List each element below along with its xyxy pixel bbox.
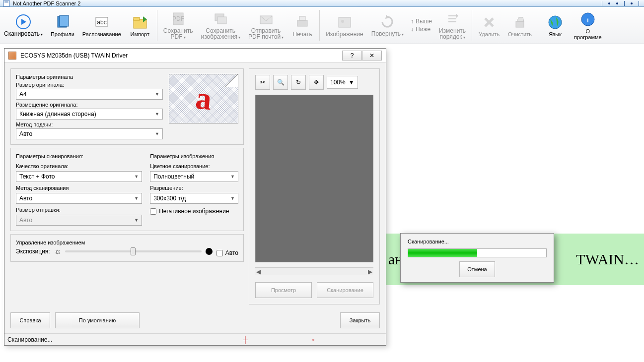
- banner-text-right: TWAIN…: [576, 251, 644, 268]
- scan-params-legend: Параметры сканирования:: [16, 153, 142, 159]
- cancel-scan-button[interactable]: Отмена: [459, 261, 495, 277]
- pan-tool-button[interactable]: ✥: [309, 75, 324, 90]
- save-pdf-button[interactable]: PDF Сохранить PDF▾: [159, 7, 197, 44]
- orig-size-combo[interactable]: A4▼: [16, 89, 163, 100]
- image-button[interactable]: Изображение: [322, 7, 367, 44]
- orientation-combo[interactable]: Книжная (длинная сторона)▼: [16, 109, 163, 120]
- preview-canvas[interactable]: [255, 95, 373, 262]
- negative-checkbox[interactable]: Негативное изображение: [150, 208, 238, 215]
- save-pdf-label: Сохранить PDF: [163, 27, 193, 40]
- orientation-label: Размещение оригинала:: [16, 102, 163, 108]
- svg-text:i: i: [587, 17, 588, 24]
- svg-rect-17: [299, 16, 305, 20]
- about-button[interactable]: i О программе: [570, 7, 606, 44]
- chevron-down-icon: ▼: [134, 218, 139, 223]
- exposure-slider[interactable]: [65, 250, 202, 252]
- globe-icon: [547, 14, 563, 30]
- feed-method-value: Авто: [19, 130, 32, 137]
- image-label: Изображение: [326, 31, 363, 38]
- dialog-help-button[interactable]: ?: [342, 51, 362, 60]
- negative-checkbox-input[interactable]: [150, 208, 156, 215]
- dialog-close-button[interactable]: ✕: [362, 51, 382, 60]
- save-images-icon: [213, 11, 228, 27]
- dialog-statusbar: Сканирование... ┼ ▫: [4, 333, 386, 345]
- save-images-label: Сохранить изображения: [201, 27, 237, 40]
- image-icon: [337, 14, 353, 30]
- import-label: Импорт: [131, 31, 149, 37]
- svg-rect-18: [339, 17, 351, 27]
- svg-rect-1: [4, 1, 8, 2]
- import-icon: [132, 14, 148, 30]
- quality-value: Текст + Фото: [19, 173, 55, 180]
- crop-tool-button[interactable]: ✂: [255, 75, 270, 90]
- about-label: О программе: [574, 28, 602, 40]
- scan-method-combo[interactable]: Авто▼: [16, 193, 142, 204]
- profiles-icon: [55, 14, 71, 30]
- rotate-button[interactable]: Повернуть▾: [367, 7, 408, 44]
- zoom-icon: 🔍: [277, 79, 285, 86]
- profiles-button[interactable]: Профили: [47, 7, 78, 44]
- image-control-group: Управление изображением Экспозиция: ☼ Ав…: [10, 234, 244, 262]
- scan-method-label: Метод сканирования: [16, 185, 142, 191]
- delete-label: Удалить: [479, 31, 500, 37]
- color-scan-combo[interactable]: Полноцветный▼: [150, 171, 238, 182]
- svg-point-26: [549, 16, 562, 29]
- ocr-label: Распознавание: [82, 31, 121, 37]
- move-down-button[interactable]: ↓Ниже: [411, 26, 432, 33]
- send-pdf-button[interactable]: Отправить PDF почтой▾: [244, 7, 287, 44]
- zoom-combo[interactable]: 100%▼: [327, 76, 358, 89]
- negative-label: Негативное изображение: [159, 208, 229, 215]
- chevron-down-icon: ▼: [349, 79, 355, 86]
- rotate-cw-icon: ↻: [296, 79, 301, 86]
- import-button[interactable]: Импорт: [125, 7, 155, 44]
- save-images-button[interactable]: Сохранить изображения▾: [197, 7, 244, 44]
- rotate-tool-button[interactable]: ↻: [291, 75, 306, 90]
- delete-button[interactable]: Удалить: [474, 7, 504, 44]
- svg-rect-24: [516, 21, 524, 27]
- feed-method-combo[interactable]: Авто▼: [16, 128, 163, 139]
- svg-marker-25: [517, 17, 524, 21]
- scan-button[interactable]: Сканировать▾: [0, 7, 47, 44]
- language-label: Язык: [549, 31, 562, 37]
- down-arrow-icon: ↓: [411, 26, 414, 33]
- help-button[interactable]: Справка: [10, 312, 50, 328]
- svg-text:abc: abc: [97, 19, 106, 26]
- exposure-auto-checkbox[interactable]: Авто: [216, 249, 238, 256]
- scan-action-button[interactable]: Сканирование: [317, 282, 373, 298]
- clear-button[interactable]: Очистить: [504, 7, 536, 44]
- original-params-group: Параметры оригинала Размер оригинала: A4…: [10, 68, 244, 145]
- language-button[interactable]: Язык: [540, 7, 570, 44]
- svg-marker-21: [456, 14, 458, 18]
- up-arrow-icon: ↑: [411, 18, 414, 25]
- info-icon: i: [580, 11, 596, 27]
- resolution-combo[interactable]: 300x300 т/д▼: [150, 193, 238, 204]
- delete-icon: [481, 14, 497, 30]
- crop-marker-icon: ▫: [312, 336, 314, 343]
- scanning-progress-popup: Сканирование... Отмена: [400, 233, 554, 283]
- ocr-button[interactable]: abc Распознавание: [78, 7, 125, 44]
- exposure-auto-input[interactable]: [216, 250, 223, 256]
- reorder-button[interactable]: Изменить порядок▾: [435, 7, 470, 44]
- clear-label: Очистить: [508, 31, 532, 37]
- move-up-button[interactable]: ↑Выше: [411, 18, 432, 25]
- print-icon: [294, 14, 310, 30]
- dialog-titlebar[interactable]: ECOSYS M2035dn (USB) TWAIN Driver ? ✕: [4, 49, 386, 62]
- zoom-tool-button[interactable]: 🔍: [273, 75, 288, 90]
- ruler-marker-icon: ┼: [243, 336, 248, 344]
- rotate-icon: [379, 14, 395, 30]
- print-button[interactable]: Печать: [287, 7, 317, 44]
- reorder-label: Изменить порядок: [439, 27, 466, 40]
- send-size-combo: Авто▼: [16, 215, 142, 226]
- defaults-button[interactable]: По умолчанию: [55, 312, 140, 328]
- dialog-icon: [8, 52, 16, 60]
- close-dialog-button[interactable]: Закрыть: [340, 312, 380, 328]
- orig-size-value: A4: [19, 91, 27, 98]
- preview-button[interactable]: Просмотр: [255, 282, 312, 298]
- pdf-icon: PDF: [170, 11, 186, 27]
- progress-bar: [408, 248, 547, 257]
- crop-icon: ✂: [260, 79, 265, 86]
- slider-thumb[interactable]: [131, 247, 136, 255]
- send-pdf-label: Отправить PDF почтой: [248, 27, 281, 40]
- preview-scrollbar[interactable]: ◀▶: [255, 267, 373, 275]
- quality-combo[interactable]: Текст + Фото▼: [16, 171, 142, 182]
